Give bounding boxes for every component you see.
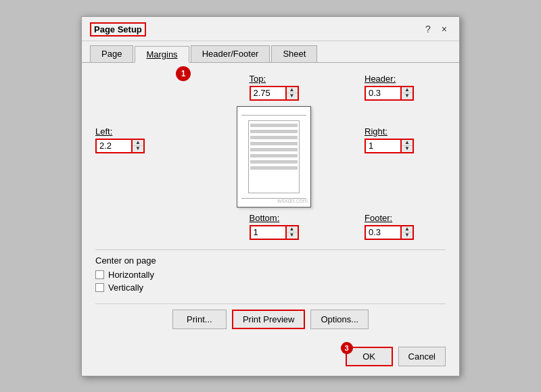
horizontally-checkbox[interactable] bbox=[95, 270, 104, 279]
header-input[interactable] bbox=[364, 86, 402, 101]
ok-cancel-row: 3 OK Cancel bbox=[82, 340, 459, 376]
left-margin-area: Left: ▲ ▼ bbox=[95, 106, 183, 153]
line-7 bbox=[250, 160, 298, 164]
tab-bar: Page Margins Header/Footer Sheet bbox=[82, 41, 459, 63]
footer-input[interactable] bbox=[364, 225, 402, 240]
right-field-group: ▲ ▼ bbox=[364, 139, 414, 153]
bottom-row: Bottom: ▲ ▼ Footer: bbox=[95, 213, 446, 240]
title-bar: Page Setup ? × bbox=[82, 17, 459, 41]
header-field-group: ▲ ▼ bbox=[364, 86, 414, 101]
ok-button[interactable]: 3 OK bbox=[346, 347, 393, 366]
help-button[interactable]: ? bbox=[421, 22, 435, 36]
right-spinner-down[interactable]: ▼ bbox=[402, 146, 413, 152]
print-preview-button[interactable]: Print Preview bbox=[232, 310, 306, 329]
close-button[interactable]: × bbox=[438, 22, 451, 36]
top-input[interactable] bbox=[250, 86, 287, 101]
bottom-field-group: ▲ ▼ bbox=[250, 225, 299, 240]
left-label: Left: bbox=[95, 126, 145, 137]
tab-margins[interactable]: Margins bbox=[135, 46, 189, 63]
footer-margin-area: Footer: ▲ ▼ bbox=[364, 213, 446, 240]
page-setup-dialog: Page Setup ? × Page Margins Header/Foote… bbox=[81, 16, 460, 376]
bottom-spinner-down[interactable]: ▼ bbox=[287, 232, 298, 239]
footer-spinner: ▲ ▼ bbox=[402, 225, 414, 240]
line-6 bbox=[250, 154, 298, 157]
footer-spinner-down[interactable]: ▼ bbox=[402, 232, 413, 239]
footer-margin-field: Footer: ▲ ▼ bbox=[364, 213, 446, 240]
page-lines bbox=[250, 124, 298, 170]
cancel-button[interactable]: Cancel bbox=[398, 347, 446, 366]
left-field-group: ▲ ▼ bbox=[95, 139, 145, 153]
header-line bbox=[241, 115, 306, 116]
action-buttons-row: Print... Print Preview Options... bbox=[95, 303, 446, 329]
top-margin-area: 1 Top: ▲ ▼ bbox=[183, 74, 364, 101]
header-spinner: ▲ ▼ bbox=[402, 86, 414, 101]
watermark: wsxdn.com bbox=[277, 197, 308, 204]
tab-page[interactable]: Page bbox=[90, 45, 133, 62]
line-4 bbox=[250, 142, 298, 145]
right-margin-field: Right: ▲ ▼ bbox=[364, 126, 414, 153]
header-spinner-down[interactable]: ▼ bbox=[402, 93, 413, 99]
left-input[interactable] bbox=[95, 139, 133, 153]
top-margin-field: Top: ▲ ▼ bbox=[250, 74, 299, 101]
print-button[interactable]: Print... bbox=[172, 310, 227, 329]
bottom-margin-area: Bottom: ▲ ▼ bbox=[183, 213, 364, 240]
footer-label: Footer: bbox=[364, 213, 446, 223]
bottom-spinner: ▲ ▼ bbox=[287, 225, 299, 240]
header-label: Header: bbox=[364, 74, 414, 84]
vertically-row[interactable]: Vertically bbox=[95, 283, 446, 293]
line-8 bbox=[250, 166, 298, 170]
vertically-checkbox[interactable] bbox=[95, 283, 104, 292]
right-margin-area: Right: ▲ ▼ bbox=[364, 106, 446, 153]
tab-header-footer[interactable]: Header/Footer bbox=[191, 45, 270, 62]
left-spinner: ▲ ▼ bbox=[133, 139, 145, 153]
right-spinner: ▲ ▼ bbox=[402, 139, 414, 153]
header-margin-field: Header: ▲ ▼ bbox=[364, 74, 414, 101]
horizontally-row[interactable]: Horizontally bbox=[95, 270, 446, 280]
top-label: Top: bbox=[250, 74, 299, 84]
bottom-margin-field: Bottom: ▲ ▼ bbox=[250, 213, 299, 240]
footer-field-group: ▲ ▼ bbox=[364, 225, 446, 240]
line-2 bbox=[250, 130, 298, 133]
header-margin-area: Header: ▲ ▼ bbox=[364, 74, 446, 101]
right-label: Right: bbox=[364, 126, 414, 137]
right-input[interactable] bbox=[364, 139, 402, 153]
page-preview: wsxdn.com bbox=[237, 106, 311, 207]
center-on-page-section: Center on page Horizontally Vertically bbox=[95, 249, 446, 293]
line-1 bbox=[250, 124, 298, 127]
line-3 bbox=[250, 136, 298, 139]
top-spinner-down[interactable]: ▼ bbox=[287, 93, 298, 99]
top-spinner: ▲ ▼ bbox=[287, 86, 299, 101]
center-on-page-label: Center on page bbox=[95, 255, 446, 266]
bottom-input[interactable] bbox=[250, 225, 287, 240]
left-spinner-down[interactable]: ▼ bbox=[133, 146, 143, 152]
badge-1: 1 bbox=[176, 66, 191, 81]
badge-3: 3 bbox=[341, 342, 353, 354]
horizontally-label: Horizontally bbox=[108, 270, 154, 280]
top-row: 1 Top: ▲ ▼ Header: bbox=[95, 74, 446, 101]
tab-sheet[interactable]: Sheet bbox=[271, 45, 317, 62]
dialog-title: Page Setup bbox=[90, 22, 146, 36]
bottom-label: Bottom: bbox=[250, 213, 299, 223]
middle-row: Left: ▲ ▼ bbox=[95, 106, 446, 207]
top-field-group: ▲ ▼ bbox=[250, 86, 299, 101]
vertically-label: Vertically bbox=[108, 283, 143, 293]
content-area: 1 Top: ▲ ▼ Header: bbox=[82, 63, 459, 340]
options-button[interactable]: Options... bbox=[310, 310, 369, 329]
page-preview-container: wsxdn.com bbox=[183, 106, 364, 207]
line-5 bbox=[250, 148, 298, 151]
title-bar-controls: ? × bbox=[421, 22, 451, 36]
left-margin-field: Left: ▲ ▼ bbox=[95, 126, 145, 153]
page-inner-area bbox=[248, 120, 300, 193]
